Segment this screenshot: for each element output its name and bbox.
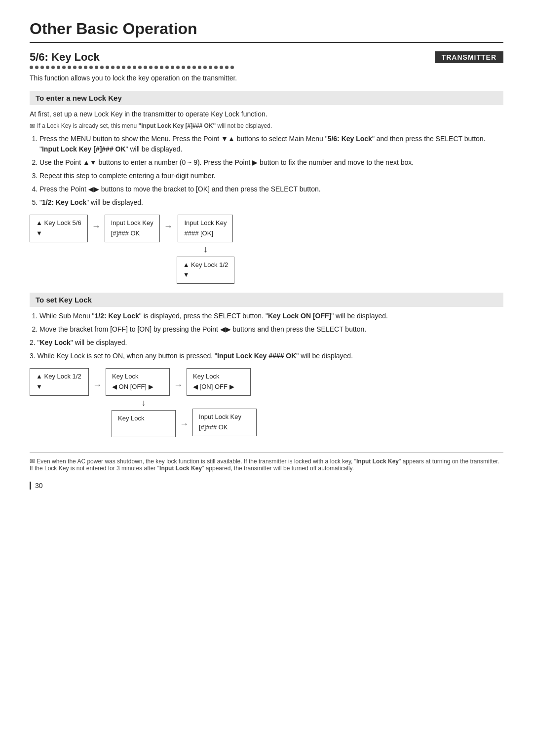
diagram2-box2: Key Lock ◀ ON [OFF] ▶ [106, 368, 170, 396]
dot [116, 66, 120, 69]
diagram1-box3: Input Lock Key #### [OK] [178, 215, 233, 242]
dot [51, 66, 55, 69]
arrow-down-icon: ↓ [142, 398, 146, 408]
intro-text: This function allows you to lock the key… [30, 74, 503, 82]
dot [220, 66, 223, 69]
dot [127, 66, 131, 69]
dot [100, 66, 104, 69]
list-item: Press the Point ◀▶ buttons to move the b… [39, 184, 503, 194]
step4-text: 3. While Key Lock is set to ON, when any… [30, 351, 503, 361]
arrow-right-icon: → [88, 222, 105, 232]
diagram2: ▲ Key Lock 1/2 ▼ → Key Lock ◀ ON [OFF] ▶… [30, 368, 503, 437]
dot [192, 66, 196, 69]
diagram2-col2: ↓ Key Lock [112, 396, 176, 438]
dot [84, 66, 87, 69]
dot [230, 66, 234, 69]
diagram1-box2: Input Lock Key [#]### OK [105, 215, 160, 242]
diagram2-row1: ▲ Key Lock 1/2 ▼ → Key Lock ◀ ON [OFF] ▶… [30, 368, 503, 396]
dot [198, 66, 201, 69]
dot [214, 66, 218, 69]
list-item: Repeat this step to complete entering a … [39, 171, 503, 181]
diagram1-col3: Input Lock Key #### [OK] ↓ ▲ Key Lock 1/… [177, 215, 235, 284]
dot [203, 66, 207, 69]
dot [68, 66, 71, 69]
section-heading: 5/6: Key Lock [30, 51, 100, 64]
arrow-right-icon: → [176, 419, 192, 429]
footer-note: ✉ Even when the AC power was shutdown, t… [30, 452, 503, 472]
page-number: 30 [30, 482, 43, 490]
section-header: 5/6: Key Lock TRANSMITTER [30, 51, 503, 64]
list-item: "1/2: Key Lock" will be displayed. [39, 197, 503, 208]
step3-text: 2. "Key Lock" will be displayed. [30, 338, 503, 348]
diagram2-box3: Key Lock ◀ [ON] OFF ▶ [187, 368, 251, 396]
subsection2-content: While Sub Menu "1/2: Key Lock" is displa… [30, 311, 503, 437]
arrow-right-icon: → [89, 380, 106, 390]
dot [187, 66, 190, 69]
subsection1-content: At first, set up a new Lock Key in the t… [30, 109, 503, 284]
diagram2-box1: ▲ Key Lock 1/2 ▼ [30, 368, 89, 396]
diagram2-row2: ↓ Key Lock → Input Lock Key [#]### OK [30, 396, 503, 438]
dot [133, 66, 136, 69]
dot [78, 66, 82, 69]
diagram2-col2b: Input Lock Key [#]### OK [192, 397, 257, 436]
diagram2-box5: Input Lock Key [#]### OK [192, 409, 257, 436]
dot [165, 66, 169, 69]
transmitter-badge: TRANSMITTER [435, 51, 503, 63]
dot [171, 66, 174, 69]
dots-separator [30, 66, 503, 69]
dot [209, 66, 212, 69]
dot [89, 66, 93, 69]
subsection1-lead: At first, set up a new Lock Key in the t… [30, 109, 503, 119]
dot [62, 66, 66, 69]
arrow-down-icon: ↓ [203, 244, 208, 255]
dot [46, 66, 49, 69]
dot [122, 66, 125, 69]
dot [95, 66, 98, 69]
diagram1-col1: ▲ Key Lock 5/6 ▼ [30, 215, 88, 242]
dot [182, 66, 185, 69]
arrow-right-icon: → [160, 222, 177, 232]
subsection2-steps: While Sub Menu "1/2: Key Lock" is displa… [39, 311, 503, 335]
dot [30, 66, 33, 69]
dot [149, 66, 152, 69]
dot [111, 66, 114, 69]
subsection2-header: To set Key Lock [30, 293, 503, 307]
dot [40, 66, 44, 69]
list-item: Use the Point ▲▼ buttons to enter a numb… [39, 157, 503, 168]
subsection1-steps: Press the MENU button to show the Menu. … [39, 134, 503, 208]
footer-note-text: Even when the AC power was shutdown, the… [30, 458, 499, 472]
page-title: Other Basic Operation [30, 20, 503, 43]
dot [106, 66, 109, 69]
dot [35, 66, 38, 69]
diagram2-box4: Key Lock [112, 410, 176, 438]
dot [57, 66, 60, 69]
dot [176, 66, 180, 69]
dot [225, 66, 228, 69]
dot [160, 66, 163, 69]
diagram1-box4: ▲ Key Lock 1/2 ▼ [177, 257, 235, 284]
list-item: Press the MENU button to show the Menu. … [39, 134, 503, 154]
note-icon: ✉ [30, 122, 35, 130]
diagram1-box1: ▲ Key Lock 5/6 ▼ [30, 215, 88, 242]
arrow-right-icon: → [170, 380, 187, 390]
diagram1: ▲ Key Lock 5/6 ▼ → Input Lock Key [#]###… [30, 215, 503, 284]
list-item: While Sub Menu "1/2: Key Lock" is displa… [39, 311, 503, 321]
list-item: Move the bracket from [OFF] to [ON] by p… [39, 324, 503, 335]
diagram1-col2: Input Lock Key [#]### OK [105, 215, 160, 242]
dot [73, 66, 76, 69]
dot [154, 66, 158, 69]
subsection1-header: To enter a new Lock Key [30, 91, 503, 105]
subsection1-note: ✉ If a Lock Key is already set, this men… [30, 122, 503, 130]
dot [138, 66, 142, 69]
footer-note-icon: ✉ [30, 457, 35, 465]
dot [144, 66, 147, 69]
